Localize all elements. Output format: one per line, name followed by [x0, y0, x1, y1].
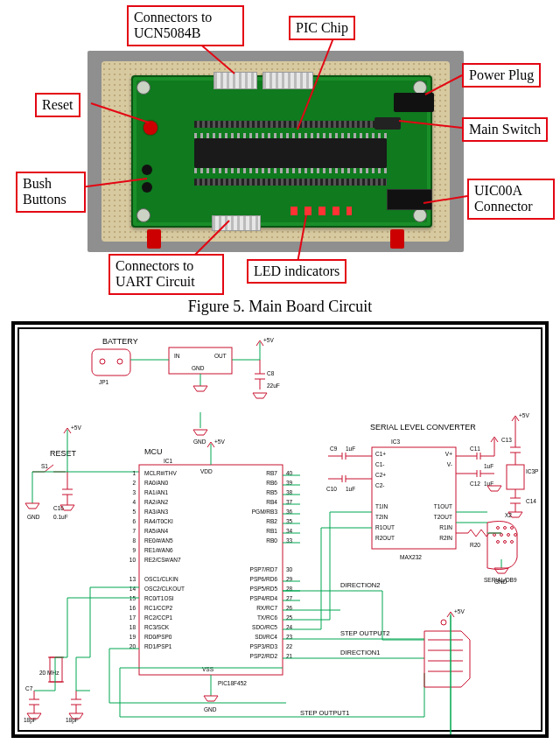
svg-text:17: 17 [130, 614, 136, 621]
svg-text:RB4: RB4 [266, 499, 277, 505]
callout-reset: Reset [35, 93, 80, 117]
label-c9-val: 1uF [346, 446, 355, 452]
label-c8-val: 22uF [267, 383, 280, 389]
svg-point-111 [497, 541, 500, 544]
svg-text:MCLR#/THV: MCLR#/THV [144, 470, 178, 476]
label-gnd-mcu-top: GND [193, 439, 206, 445]
svg-text:T2OUT: T2OUT [434, 514, 452, 520]
label-c9: C9 [330, 446, 338, 452]
label-c7: C7 [25, 685, 33, 691]
svg-point-104 [497, 527, 500, 530]
callout-power: Power Plug [462, 63, 541, 88]
svg-text:RC2/CCP1: RC2/CCP1 [144, 614, 173, 621]
svg-text:RA0/AN0: RA0/AN0 [144, 480, 168, 486]
callout-main-switch: Main Switch [462, 117, 548, 142]
svg-point-112 [504, 541, 507, 544]
label-5v-mcu: +5V [214, 439, 225, 445]
label-5v-1: +5V [263, 337, 274, 343]
label-c10-val: 1uF [346, 486, 355, 492]
label-5v-ic3p: +5V [519, 412, 529, 418]
svg-text:RC1/CCP2: RC1/CCP2 [144, 605, 173, 611]
svg-text:RB6: RB6 [266, 480, 277, 486]
svg-point-108 [500, 534, 503, 537]
svg-text:RE2/CS#/AN7: RE2/CS#/AN7 [144, 557, 181, 563]
svg-text:19: 19 [130, 634, 136, 640]
svg-text:RB7: RB7 [266, 470, 277, 476]
svg-text:RB2: RB2 [266, 518, 277, 524]
svg-point-11 [100, 359, 105, 364]
callout-pic: PIC Chip [289, 16, 355, 40]
label-s1: S1 [41, 463, 48, 469]
label-reset: RESET [50, 449, 77, 458]
svg-text:C2+: C2+ [375, 472, 386, 478]
svg-line-4 [91, 103, 149, 123]
callout-uart: Connectors toUART Circuit [108, 254, 224, 295]
svg-text:RA5/AN4: RA5/AN4 [144, 528, 168, 534]
svg-text:SDI/RC4: SDI/RC4 [255, 634, 277, 640]
figure5-caption: Figure 5. Main Board Circuit [0, 298, 560, 316]
label-c11-val: 1uF [484, 463, 494, 469]
svg-text:RC3/SCK: RC3/SCK [144, 624, 170, 630]
svg-text:16: 16 [130, 605, 136, 611]
svg-line-0 [198, 42, 234, 74]
svg-text:V+: V+ [445, 451, 452, 457]
svg-text:R2IN: R2IN [439, 535, 452, 541]
svg-text:2: 2 [132, 480, 136, 486]
svg-text:C1-: C1- [375, 461, 384, 467]
svg-point-106 [511, 527, 514, 530]
label-direction2: DIRECTION2 [340, 581, 380, 589]
label-reg-in: IN [174, 353, 180, 359]
callout-led: LED indicators [247, 259, 346, 284]
svg-text:PSP2/RD2: PSP2/RD2 [250, 653, 278, 659]
svg-text:14: 14 [130, 586, 136, 592]
svg-text:22: 22 [286, 643, 293, 649]
svg-point-105 [504, 527, 507, 530]
label-gnd-mcu: GND [204, 706, 217, 712]
svg-rect-103 [507, 465, 524, 489]
svg-point-110 [514, 534, 517, 537]
svg-point-109 [508, 534, 510, 537]
svg-text:R1OUT: R1OUT [375, 524, 395, 530]
svg-text:10: 10 [130, 557, 136, 563]
svg-line-2 [425, 75, 462, 95]
label-battery: BATTERY [102, 337, 138, 346]
svg-text:5: 5 [132, 509, 136, 515]
svg-text:PSP6/RD6: PSP6/RD6 [250, 576, 278, 582]
svg-text:3: 3 [132, 489, 136, 495]
label-c11: C11 [470, 446, 480, 452]
svg-text:RA3/AN3: RA3/AN3 [144, 509, 168, 515]
svg-line-5 [80, 179, 147, 187]
label-c8: C8 [267, 370, 275, 376]
svg-line-8 [298, 215, 306, 263]
svg-text:RE0/#/AN5: RE0/#/AN5 [144, 537, 173, 544]
svg-text:T1OUT: T1OUT [434, 503, 452, 509]
svg-point-12 [117, 359, 122, 364]
svg-text:6: 6 [132, 518, 136, 524]
label-reg-gnd: GND [192, 365, 205, 371]
svg-text:7: 7 [132, 528, 136, 534]
svg-text:RX/RC7: RX/RC7 [256, 605, 277, 611]
svg-text:RB0: RB0 [266, 537, 277, 544]
svg-text:RD0/PSP0: RD0/PSP0 [144, 634, 172, 640]
label-5v-reset: +5V [71, 425, 81, 431]
svg-text:C2-: C2- [375, 482, 384, 488]
label-serial-converter: SERIAL LEVEL CONVERTER [370, 423, 476, 432]
svg-text:13: 13 [130, 576, 136, 582]
label-c14: C14 [526, 498, 536, 504]
svg-text:RE1/#/AN6: RE1/#/AN6 [144, 547, 173, 553]
svg-text:R1IN: R1IN [439, 524, 452, 530]
svg-line-1 [298, 32, 336, 130]
label-x2: X2 [505, 512, 512, 518]
label-ic3: IC3 [391, 439, 401, 445]
label-r20: R20 [470, 542, 480, 548]
svg-text:RA4/T0CKI: RA4/T0CKI [144, 518, 173, 524]
label-xtal: 20 MHz [39, 670, 60, 676]
svg-text:T2IN: T2IN [375, 514, 388, 520]
svg-point-113 [511, 541, 514, 544]
svg-text:8: 8 [132, 537, 136, 544]
svg-text:1: 1 [132, 470, 136, 476]
svg-text:R2OUT: R2OUT [375, 535, 395, 541]
label-vdd: VDD [200, 468, 213, 474]
svg-text:9: 9 [132, 547, 136, 553]
svg-text:PSP4/RD4: PSP4/RD4 [250, 595, 278, 601]
